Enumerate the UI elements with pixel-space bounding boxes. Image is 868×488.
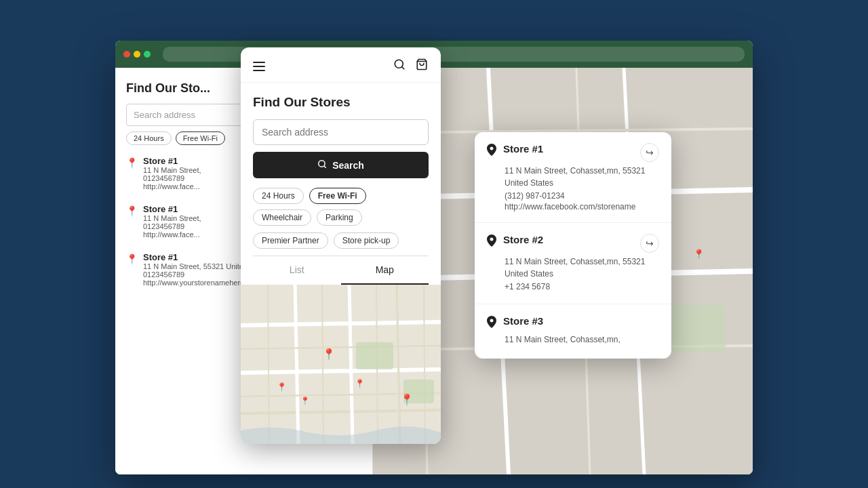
mobile-body: Find Our Stores Search 24 Hours Free Wi-… [241,83,441,285]
filter-row-1: 24 Hours Free Wi-Fi Wheelchair Parking [253,188,429,226]
bg-store-pin-1: 📍 [126,157,138,190]
svg-text:📍: 📍 [693,249,705,260]
search-btn-icon [317,159,327,171]
svg-text:📍: 📍 [355,378,365,388]
store-3-name: Store #3 [503,315,659,327]
mobile-popup: Find Our Stores Search 24 Hours Free Wi-… [241,47,441,444]
store-3-address: 11 N Main Street, Cohasset,mn, [505,333,659,346]
svg-rect-21 [241,285,441,444]
store-entry-3: Store #3 11 N Main Street, Cohasset,mn, [475,304,671,359]
filter-wifi[interactable]: Free Wi-Fi [309,188,366,204]
bg-store-pin-3: 📍 [126,253,138,287]
svg-line-20 [324,166,326,168]
cart-icon[interactable] [415,58,429,74]
svg-text:📍: 📍 [322,348,336,361]
header-icons [393,58,429,74]
store-1-url: http://www.facebook.com/storename [505,202,659,211]
filter-parking[interactable]: Parking [317,209,362,226]
store-2-directions-button[interactable]: ↪ [640,234,659,253]
search-icon[interactable] [393,58,406,74]
page-title: Find Our Stores [253,95,429,110]
bg-filter-wifi: Free Wi-Fi [176,131,225,145]
filter-premier-partner[interactable]: Premier Partner [253,232,328,249]
store-2-name: Store #2 [503,234,633,245]
store-entry-1: Store #1 ↪ 11 N Main Street, Cohasset,mn… [475,132,671,223]
mobile-header [241,47,441,83]
store-entry-2: Store #2 ↪ 11 N Main Street, Cohasset,mn… [475,223,671,304]
search-address-input[interactable] [253,119,429,145]
tab-map[interactable]: Map [341,256,429,285]
search-button[interactable]: Search [253,152,429,178]
filter-wheelchair[interactable]: Wheelchair [253,209,311,226]
bg-filter-24h: 24 Hours [126,131,172,145]
store-details-popup: Store #1 ↪ 11 N Main Street, Cohasset,mn… [475,132,671,359]
svg-text:📍: 📍 [277,382,287,392]
store-2-phone: +1 234 5678 [505,282,659,291]
store-1-address: 11 N Main Street, Cohasset,mn, 55321 Uni… [505,165,659,189]
store-1-directions-button[interactable]: ↪ [640,143,659,162]
filter-24hours[interactable]: 24 Hours [253,188,304,204]
hamburger-menu-icon[interactable] [253,62,265,71]
mobile-map: 📍 📍 📍 📍 📍 [241,285,441,444]
tab-list[interactable]: List [253,256,341,285]
store-2-address: 11 N Main Street, Cohasset,mn, 55321 Uni… [505,256,659,280]
store-3-pin-icon [487,316,496,331]
store-1-name: Store #1 [503,143,633,155]
store-1-phone: (312) 987-01234 [505,191,659,201]
svg-line-17 [401,66,403,68]
tab-row: List Map [253,256,429,285]
svg-text:📍: 📍 [400,393,414,406]
filter-store-pickup[interactable]: Store pick-up [334,232,399,249]
filter-row-2: Premier Partner Store pick-up [253,232,429,249]
svg-rect-34 [356,342,393,369]
svg-text:📍: 📍 [300,396,310,405]
store-1-pin-icon [487,144,496,159]
search-button-label: Search [332,160,364,171]
bg-store-pin-2: 📍 [126,205,138,239]
store-2-pin-icon [487,235,496,249]
